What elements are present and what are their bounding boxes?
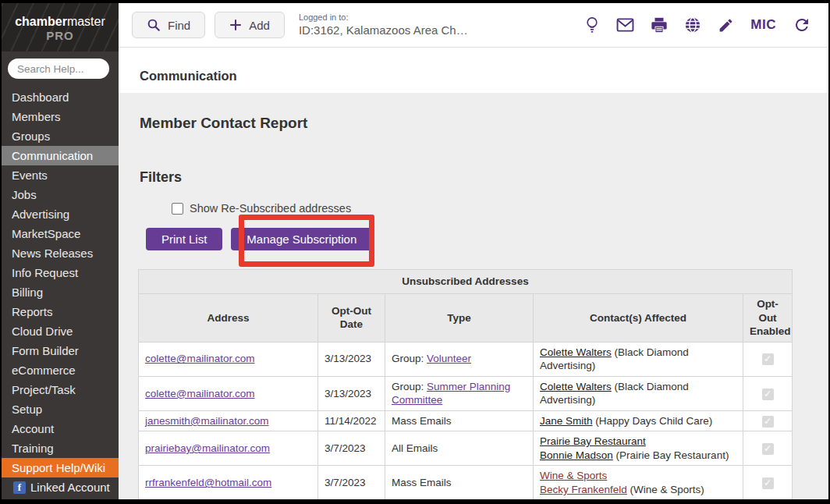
find-button[interactable]: Find (132, 12, 205, 38)
contact-company: (Prairie Bay Restaurant) (613, 449, 729, 461)
col-header-opt-out-date: Opt-Out Date (318, 294, 385, 343)
contact-link[interactable]: Bonnie Madson (540, 449, 613, 461)
filters-heading: Filters (140, 169, 828, 186)
table-row: prairiebay@mailinator.com 3/7/2023 All E… (139, 431, 793, 466)
address-link[interactable]: colette@mailinator.com (145, 388, 255, 399)
address-link[interactable]: rrfrankenfeld@hotmail.com (145, 477, 271, 488)
type-text: Group: (392, 353, 427, 364)
opt-out-date: 3/13/2023 (318, 342, 385, 376)
opt-out-date: 3/7/2023 (318, 466, 385, 499)
globe-icon[interactable] (684, 16, 701, 34)
logged-in-value: ID:3162, Kalamazoos Area Ch… (299, 23, 468, 38)
sidebar-item-setup[interactable]: Setup (2, 399, 119, 419)
logged-in-info: Logged in to: ID:3162, Kalamazoos Area C… (299, 12, 468, 38)
sidebar-item-info-request[interactable]: Info Request (2, 263, 119, 282)
contact-link[interactable]: Wine & Sports (540, 470, 607, 481)
col-header-opt-out-enabled: Opt-Out Enabled (743, 294, 793, 343)
pencil-icon[interactable] (718, 17, 734, 34)
contact-link[interactable]: Colette Walters (540, 381, 612, 392)
app-window: chambermaster PRO Dashboard Members Grou… (0, 0, 830, 504)
logo-text-rest: master (67, 15, 105, 28)
search-icon (147, 18, 161, 32)
opt-out-date: 11/14/2022 (318, 410, 385, 431)
sidebar-item-linked-account[interactable]: f Linked Account (2, 477, 119, 497)
opt-out-enabled-checkbox[interactable] (762, 353, 774, 365)
logo-tier: PRO (2, 29, 119, 43)
col-header-address: Address (139, 294, 318, 343)
sidebar-item-reports[interactable]: Reports (2, 302, 119, 321)
linked-account-label: Linked Account (30, 477, 110, 497)
topbar: Find Add Logged in to: ID:3162, Kalamazo… (119, 3, 828, 48)
sidebar-item-support-help-wiki[interactable]: Support Help/Wiki (2, 458, 119, 477)
opt-out-enabled-checkbox[interactable] (762, 443, 774, 455)
main-area: Find Add Logged in to: ID:3162, Kalamazo… (119, 3, 828, 499)
sidebar-item-dashboard[interactable]: Dashboard (2, 87, 119, 107)
section-header: Communication (119, 48, 828, 93)
mic-initials-button[interactable]: MIC (750, 17, 776, 33)
opt-out-enabled-checkbox[interactable] (762, 389, 774, 400)
contact-link[interactable]: Colette Walters (540, 346, 612, 358)
sidebar-item-cloud-drive[interactable]: Cloud Drive (2, 321, 119, 341)
sidebar-item-events[interactable]: Events (2, 165, 119, 185)
contact-link[interactable]: Becky Frankenfeld (540, 484, 627, 495)
contact-company: (Happy Days Child Care) (593, 415, 713, 427)
add-button[interactable]: Add (215, 12, 285, 38)
col-header-contacts-affected: Contact(s) Affected (534, 294, 743, 343)
manage-subscription-button[interactable]: Manage Subscription (231, 228, 372, 250)
opt-out-enabled-checkbox[interactable] (762, 416, 774, 428)
table-header-row: Address Opt-Out Date Type Contact(s) Aff… (139, 294, 793, 343)
sidebar-item-billing[interactable]: Billing (2, 282, 119, 302)
sidebar: chambermaster PRO Dashboard Members Grou… (2, 3, 119, 499)
group-link[interactable]: Volunteer (427, 353, 471, 364)
action-buttons: Print List Manage Subscription (146, 228, 828, 250)
refresh-icon[interactable] (793, 16, 811, 34)
table-row: janesmith@mailinator.com 11/14/2022 Mass… (139, 410, 793, 431)
plus-icon (229, 19, 242, 31)
help-search-input[interactable] (8, 59, 109, 79)
table-row: rrfrankenfeld@hotmail.com 3/7/2023 Mass … (139, 466, 793, 499)
lightbulb-icon[interactable] (584, 16, 600, 34)
facebook-icon: f (13, 481, 26, 494)
type-text: All Emails (392, 442, 438, 454)
sidebar-item-form-builder[interactable]: Form Builder (2, 341, 119, 360)
contact-link[interactable]: Prairie Bay Restaurant (540, 435, 646, 447)
page-title: Member Contact Report (140, 115, 828, 132)
logged-in-label: Logged in to: (299, 12, 468, 23)
sidebar-item-project-task[interactable]: Project/Task (2, 380, 119, 399)
sidebar-item-communication[interactable]: Communication (2, 146, 119, 165)
address-link[interactable]: colette@mailinator.com (145, 353, 255, 364)
col-header-type: Type (385, 294, 534, 343)
resubscribed-filter-row: Show Re-Subscribed addresses (172, 202, 828, 215)
show-resubscribed-checkbox[interactable] (172, 203, 183, 215)
envelope-icon[interactable] (616, 18, 634, 32)
find-button-label: Find (168, 19, 190, 32)
table-row: colette@mailinator.com 3/13/2023 Group: … (139, 376, 793, 410)
opt-out-date: 3/13/2023 (318, 376, 385, 410)
sidebar-item-members[interactable]: Members (2, 107, 119, 126)
add-button-label: Add (249, 19, 270, 32)
sidebar-item-jobs[interactable]: Jobs (2, 185, 119, 204)
contact-company: (Wine & Sports) (627, 484, 704, 495)
show-resubscribed-label: Show Re-Subscribed addresses (190, 202, 351, 215)
sidebar-nav: Dashboard Members Groups Communication E… (2, 87, 119, 497)
sidebar-item-training[interactable]: Training (2, 438, 119, 458)
opt-out-date: 3/7/2023 (318, 431, 385, 466)
printer-icon[interactable] (651, 16, 668, 34)
sidebar-item-groups[interactable]: Groups (2, 126, 119, 146)
topbar-icons: MIC (584, 16, 811, 34)
print-list-button[interactable]: Print List (146, 228, 222, 250)
type-text: Mass Emails (392, 477, 452, 488)
sidebar-item-advertising[interactable]: Advertising (2, 204, 119, 224)
table-caption: Unsubscribed Addresses (139, 270, 793, 294)
section-title: Communication (140, 69, 828, 83)
address-link[interactable]: prairiebay@mailinator.com (145, 442, 270, 454)
sidebar-item-marketspace[interactable]: MarketSpace (2, 224, 119, 243)
sidebar-item-ecommerce[interactable]: eCommerce (2, 360, 119, 380)
address-link[interactable]: janesmith@mailinator.com (145, 415, 269, 427)
content-area: Member Contact Report Filters Show Re-Su… (119, 93, 828, 499)
chambermaster-logo: chambermaster PRO (2, 3, 119, 51)
opt-out-enabled-checkbox[interactable] (762, 477, 774, 489)
contact-link[interactable]: Jane Smith (540, 415, 593, 427)
sidebar-item-account[interactable]: Account (2, 419, 119, 438)
sidebar-item-news-releases[interactable]: News Releases (2, 243, 119, 263)
